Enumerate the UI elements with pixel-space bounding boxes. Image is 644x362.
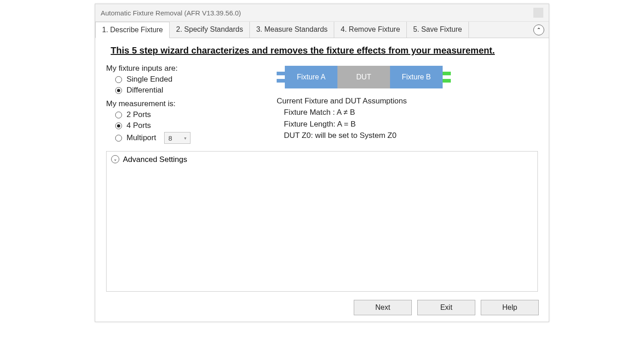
- radio-label: Single Ended: [127, 75, 172, 84]
- inputs-label: My fixture inputs are:: [106, 64, 256, 73]
- assumption-z0: DUT Z0: will be set to System Z0: [284, 130, 538, 142]
- measurement-label: My measurement is:: [106, 99, 256, 108]
- chevron-down-icon: ▾: [184, 136, 186, 141]
- port-stub: [277, 72, 285, 75]
- titlebar: Automatic Fixture Removal (AFR V13.39.56…: [95, 4, 549, 22]
- left-ports: [277, 72, 285, 83]
- radio-label: 2 Ports: [127, 110, 151, 119]
- radio-single-ended[interactable]: Single Ended: [115, 75, 256, 84]
- afr-window: Automatic Fixture Removal (AFR V13.39.56…: [95, 4, 549, 322]
- radio-icon: [115, 135, 122, 142]
- tab-measure-standards[interactable]: 3. Measure Standards: [250, 22, 334, 38]
- right-ports: [443, 72, 451, 83]
- advanced-label: Advanced Settings: [123, 155, 187, 164]
- help-button[interactable]: Help: [481, 300, 539, 315]
- next-button[interactable]: Next: [354, 300, 412, 315]
- exit-button[interactable]: Exit: [417, 300, 475, 315]
- fixture-b-block: Fixture B: [390, 66, 443, 88]
- tabs: 1. Describe Fixture 2. Specify Standards…: [95, 22, 533, 38]
- dut-block: DUT: [337, 66, 390, 88]
- radio-4-ports[interactable]: 4 Ports: [115, 121, 256, 130]
- tab-specify-standards[interactable]: 2. Specify Standards: [170, 22, 250, 38]
- window-title: Automatic Fixture Removal (AFR V13.39.56…: [101, 9, 241, 17]
- expand-advanced-button[interactable]: ⌄: [111, 155, 119, 163]
- radio-multiport[interactable]: Multiport 8 ▾: [115, 132, 256, 144]
- tab-save-fixture[interactable]: 5. Save Fixture: [407, 22, 469, 38]
- close-button[interactable]: [533, 8, 543, 18]
- tab-remove-fixture[interactable]: 4. Remove Fixture: [334, 22, 407, 38]
- radio-2-ports[interactable]: 2 Ports: [115, 110, 256, 119]
- radio-label: Differential: [127, 86, 163, 95]
- multiport-select[interactable]: 8 ▾: [164, 132, 190, 144]
- fixture-diagram: Fixture A DUT Fixture B: [277, 66, 538, 88]
- assumption-match: Fixture Match : A ≠ B: [284, 107, 538, 118]
- collapse-toggle[interactable]: ⌃: [533, 24, 544, 35]
- chevron-down-icon: ⌄: [113, 157, 117, 161]
- radio-differential[interactable]: Differential: [115, 86, 256, 95]
- radio-icon: [115, 112, 122, 118]
- chevron-up-icon: ⌃: [537, 27, 541, 33]
- layout-row: My fixture inputs are: Single Ended Diff…: [106, 64, 538, 146]
- button-row: Next Exit Help: [95, 296, 549, 322]
- radio-icon: [115, 122, 122, 129]
- left-column: My fixture inputs are: Single Ended Diff…: [106, 64, 256, 146]
- assumptions-title: Current Fixture and DUT Assumptions: [277, 97, 538, 106]
- assumption-length: Fixture Length: A = B: [284, 118, 538, 130]
- tab-describe-fixture[interactable]: 1. Describe Fixture: [95, 22, 170, 38]
- radio-icon: [115, 76, 122, 83]
- radio-icon: [115, 87, 122, 94]
- port-stub: [443, 79, 451, 83]
- content: This 5 step wizard characterizes and rem…: [95, 38, 549, 296]
- right-column: Fixture A DUT Fixture B Current Fixture …: [277, 64, 538, 142]
- port-stub: [277, 79, 285, 83]
- port-stub: [443, 72, 451, 75]
- wizard-headline: This 5 step wizard characterizes and rem…: [111, 45, 538, 56]
- multiport-value: 8: [168, 134, 172, 142]
- advanced-settings-panel: ⌄ Advanced Settings: [106, 151, 538, 292]
- radio-label: 4 Ports: [127, 121, 151, 130]
- tabs-row: 1. Describe Fixture 2. Specify Standards…: [95, 22, 549, 38]
- fixture-a-block: Fixture A: [285, 66, 337, 88]
- radio-label: Multiport: [127, 133, 156, 142]
